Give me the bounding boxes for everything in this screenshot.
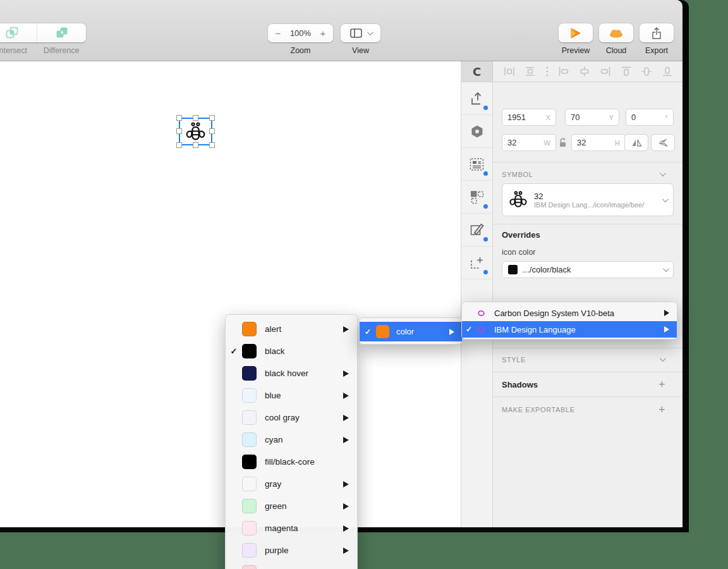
carbon-logo[interactable]: C [461, 61, 493, 82]
menu-item-label: fill/black-core [265, 457, 343, 467]
chevron-down-icon[interactable] [660, 355, 666, 362]
align-bottom-icon[interactable] [661, 65, 674, 78]
notification-dot [483, 171, 488, 176]
color-swatch [242, 344, 257, 358]
plugin-layout-button[interactable] [461, 148, 492, 181]
resize-handle[interactable] [193, 142, 198, 148]
library-menu-item[interactable]: ✓ Carbon Design System V10-beta [462, 305, 677, 321]
checkmark-icon: ✓ [226, 346, 242, 356]
selected-layer-bee[interactable] [179, 118, 212, 145]
cloud-button[interactable] [599, 23, 633, 42]
submenu-arrow-icon [343, 326, 349, 333]
align-center-horizontal-icon[interactable] [578, 65, 591, 78]
color-menu-item[interactable]: ✓ alert [226, 318, 357, 340]
notification-dot [483, 270, 488, 274]
view-label: View [341, 46, 380, 55]
distribute-vertically-icon[interactable] [524, 65, 537, 78]
hexagon-nut-icon [470, 124, 485, 139]
menu-item-label: black hover [265, 369, 343, 378]
symbol-section-header: SYMBOL [502, 171, 533, 178]
preview-button[interactable] [559, 23, 593, 42]
plugin-swap-button[interactable] [461, 181, 492, 214]
color-menu-item[interactable]: ✓ fill/black-core [226, 451, 357, 473]
plugin-vector-edit-button[interactable] [461, 214, 492, 247]
width-field[interactable]: 32 W [502, 134, 556, 151]
lock-icon[interactable] [559, 138, 567, 147]
resize-handle[interactable] [176, 142, 182, 148]
menu-item-label: Carbon Design System V10-beta [494, 309, 664, 318]
symbol-select[interactable]: 32 IBM Design Lang.../icon/image/bee/ [502, 183, 674, 216]
color-swatch [242, 521, 257, 535]
width-value: 32 [507, 138, 516, 147]
resize-handle[interactable] [176, 128, 182, 134]
export-button[interactable] [640, 23, 674, 42]
x-position-field[interactable]: 1951 X [502, 109, 556, 126]
difference-label: Difference [27, 46, 96, 55]
chevron-down-icon[interactable] [660, 170, 666, 176]
export-label: Export [640, 46, 674, 55]
color-menu-item[interactable]: ✓ magenta [226, 517, 357, 539]
color-menu-item[interactable]: ✓ [226, 561, 357, 569]
symbol-name: 32 [534, 192, 662, 201]
align-right-icon[interactable] [599, 65, 612, 78]
color-swatch [242, 499, 257, 513]
chevron-down-icon [663, 266, 669, 272]
zoom-out-button[interactable]: − [274, 28, 282, 39]
color-swatch [242, 410, 257, 425]
bee-icon [185, 121, 206, 142]
submenu-arrow-icon [343, 481, 349, 487]
vector-edit-icon [469, 222, 485, 238]
color-menu-item[interactable]: ✓ cool gray [226, 407, 357, 429]
color-swatch [242, 455, 257, 469]
color-menu-item[interactable]: ✓ gray [226, 473, 357, 495]
x-unit: X [542, 114, 550, 121]
plugin-settings-button[interactable] [461, 115, 492, 148]
color-swatch [242, 565, 257, 569]
menu-item-label: alert [265, 324, 343, 334]
notification-dot [483, 106, 488, 110]
flip-horizontal-button[interactable] [624, 134, 648, 151]
align-top-icon[interactable] [620, 65, 633, 78]
difference-button[interactable] [37, 23, 86, 42]
symbol-path: IBM Design Lang.../icon/image/bee/ [534, 201, 662, 209]
intersect-button[interactable] [0, 23, 37, 42]
color-menu-item[interactable]: ✓ cyan [226, 429, 357, 451]
resize-handle[interactable] [193, 115, 198, 121]
play-icon [570, 28, 581, 39]
menu-item-label: color [396, 327, 449, 336]
swap-squares-icon [469, 189, 485, 205]
color-menu-item[interactable]: ✓ blue [226, 384, 357, 407]
zoom-label: Zoom [268, 46, 333, 55]
icon-color-select[interactable]: .../color/black [502, 261, 674, 278]
color-menu-item[interactable]: ✓ black [226, 340, 357, 362]
rotation-field[interactable]: 0 ° [626, 109, 674, 126]
height-field[interactable]: 32 H [571, 134, 626, 151]
resize-handle[interactable] [209, 115, 215, 121]
color-menu-item[interactable]: ✓ green [226, 495, 357, 517]
layout-list-icon [469, 157, 485, 172]
zoom-in-button[interactable]: + [318, 28, 327, 39]
distribute-horizontally-icon[interactable] [503, 65, 516, 78]
color-menu-item[interactable]: ✓ purple [226, 539, 357, 561]
submenu-arrow-icon [664, 310, 669, 316]
plugin-insert-button[interactable] [461, 247, 492, 279]
view-button[interactable] [341, 24, 380, 42]
flip-vertical-button[interactable] [651, 134, 675, 151]
group-menu-item[interactable]: ✓ color [360, 322, 462, 341]
align-middle-vertical-icon[interactable] [640, 65, 653, 78]
x-value: 1951 [507, 113, 526, 122]
add-shadow-button[interactable]: + [658, 379, 665, 390]
submenu-arrow-icon [343, 548, 349, 554]
resize-handle[interactable] [209, 142, 215, 148]
align-left-icon[interactable] [557, 65, 570, 78]
y-position-field[interactable]: 70 Y [565, 109, 619, 126]
resize-handle[interactable] [209, 128, 215, 134]
library-link-icon [476, 309, 488, 318]
menu-item-label: blue [265, 391, 343, 400]
make-exportable-button[interactable]: + [658, 404, 665, 415]
color-menu-item[interactable]: ✓ black hover [226, 362, 357, 384]
more-options-icon[interactable] [545, 65, 550, 78]
resize-handle[interactable] [176, 115, 182, 121]
library-menu-item[interactable]: ✓ IBM Design Language [462, 321, 677, 338]
plugin-upload-button[interactable] [461, 82, 492, 115]
